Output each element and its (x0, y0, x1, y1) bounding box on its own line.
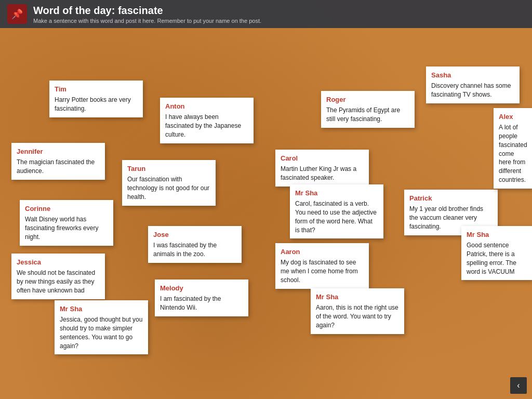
note-name-aaron: Aaron (281, 247, 364, 257)
nav-arrow-button[interactable]: ‹ (510, 377, 527, 394)
note-text-mr-sha-carol: Carol, fascinated is a verb. You need to… (295, 200, 377, 233)
note-text-mr-sha-jessica: Jessica, good thought but you should try… (60, 316, 142, 349)
note-alex: AlexA lot of people fascinated come here… (494, 108, 532, 189)
note-text-sasha: Discovery channel has some fascinating T… (431, 82, 511, 98)
note-anton: AntonI have always been fascinated by th… (160, 98, 254, 143)
header-text: Word of the day: fascinate Make a senten… (33, 4, 261, 24)
note-text-jose: I was fascinated by the animals in the z… (153, 242, 217, 258)
note-name-carol: Carol (281, 154, 364, 163)
note-text-corinne: Walt Disney world has fascinating firewo… (25, 216, 98, 241)
note-mr-sha-aaron: Mr ShaAaron, this is not the right use o… (311, 288, 404, 334)
note-name-sasha: Sasha (431, 71, 514, 80)
note-text-aaron: My dog is fascinated to see me when I co… (281, 259, 358, 284)
note-text-jennifer: The magician fascinated the audience. (17, 158, 95, 175)
note-mr-sha-jessica: Mr ShaJessica, good thought but you shou… (55, 300, 148, 354)
corkboard: 📌 Word of the day: fascinate Make a sent… (0, 0, 532, 399)
note-mr-sha-carol: Mr ShaCarol, fascinated is a verb. You n… (290, 184, 383, 238)
note-name-mr-sha-patrick: Mr Sha (467, 230, 527, 240)
note-name-tarun: Tarun (127, 164, 210, 174)
note-jennifer: JenniferThe magician fascinated the audi… (11, 143, 105, 180)
note-text-roger: The Pyramids of Egypt are still very fas… (326, 107, 400, 123)
note-text-alex: A lot of people fascinated come here fro… (499, 124, 527, 183)
note-text-tim: Harry Potter books are very fascinating. (55, 96, 131, 112)
note-carol: CarolMartin Luther King Jr was a fascina… (275, 150, 369, 187)
note-corinne: CorinneWalt Disney world has fascinating… (20, 200, 113, 246)
note-text-tarun: Our fascination with technology is not g… (127, 176, 209, 201)
note-name-jose: Jose (153, 230, 236, 240)
page-title: Word of the day: fascinate (33, 4, 261, 17)
note-name-patrick: Patrick (409, 194, 493, 203)
page-subtitle: Make a sentence with this word and post … (33, 18, 261, 24)
note-name-jessica: Jessica (17, 258, 100, 267)
note-text-mr-sha-aaron: Aaron, this is not the right use of the … (316, 304, 398, 329)
header: 📌 Word of the day: fascinate Make a sent… (0, 0, 532, 28)
note-name-melody: Melody (160, 284, 243, 293)
note-name-corinne: Corinne (25, 204, 108, 214)
note-tarun: TarunOur fascination with technology is … (122, 160, 216, 206)
note-name-mr-sha-jessica: Mr Sha (60, 304, 143, 314)
note-name-mr-sha-carol: Mr Sha (295, 189, 378, 198)
note-name-mr-sha-aaron: Mr Sha (316, 292, 399, 302)
note-name-tim: Tim (55, 85, 138, 94)
note-name-jennifer: Jennifer (17, 147, 100, 156)
note-name-roger: Roger (326, 95, 409, 104)
note-text-melody: I am fascinated by the Nintendo Wii. (160, 295, 221, 311)
note-name-anton: Anton (165, 102, 248, 111)
note-tim: TimHarry Potter books are very fascinati… (49, 81, 143, 117)
note-name-alex: Alex (499, 112, 527, 122)
note-mr-sha-patrick: Mr ShaGood sentence Patrick, there is a … (461, 226, 532, 280)
note-text-carol: Martin Luther King Jr was a fascinated s… (281, 165, 356, 181)
note-text-jessica: We should not be fascinated by new thing… (17, 269, 95, 294)
nav-arrow-icon: ‹ (517, 381, 520, 390)
note-aaron: AaronMy dog is fascinated to see me when… (275, 243, 369, 289)
note-text-anton: I have always been fascinated by the Jap… (165, 113, 241, 138)
note-roger: RogerThe Pyramids of Egypt are still ver… (321, 91, 415, 128)
note-text-mr-sha-patrick: Good sentence Patrick, there is a spelli… (467, 242, 516, 275)
note-jessica: JessicaWe should not be fascinated by ne… (11, 254, 105, 299)
header-icon: 📌 (7, 4, 27, 24)
note-melody: MelodyI am fascinated by the Nintendo Wi… (155, 280, 248, 316)
note-sasha: SashaDiscovery channel has some fascinat… (426, 66, 520, 103)
note-jose: JoseI was fascinated by the animals in t… (148, 226, 242, 263)
